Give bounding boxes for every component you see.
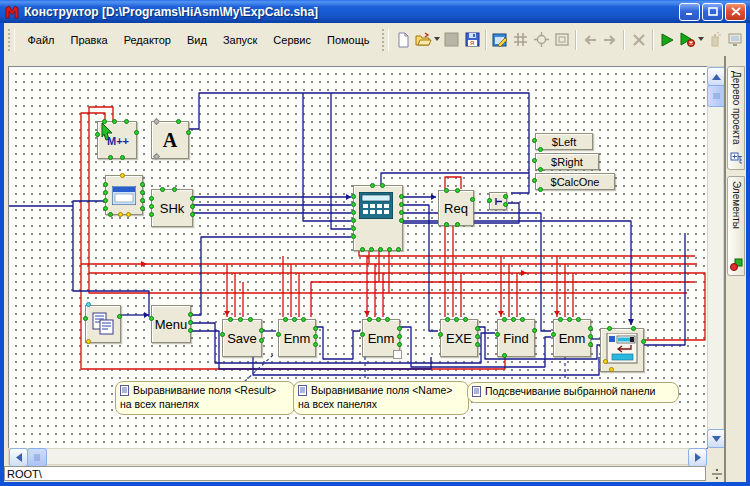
component-exe[interactable]: EXE [440, 319, 478, 357]
port-dot[interactable] [511, 317, 516, 322]
component-calculator[interactable] [353, 185, 403, 251]
component-var-calcone[interactable]: $CalcOne [535, 173, 615, 190]
component-mouse[interactable]: M++ [97, 121, 137, 159]
component-enum1[interactable]: Enm [278, 319, 316, 357]
tab-elements[interactable]: Элементы [727, 176, 745, 276]
port-dot[interactable] [503, 202, 508, 207]
port-dot[interactable] [567, 317, 572, 322]
component-report[interactable] [85, 305, 121, 343]
port-dot[interactable] [351, 234, 356, 239]
scroll-left-button[interactable] [9, 448, 28, 467]
port-dot[interactable] [487, 198, 492, 203]
port-dot[interactable] [172, 187, 177, 192]
menu-item-run[interactable]: Запуск [215, 30, 265, 50]
port-dot[interactable] [140, 182, 145, 187]
port-dot[interactable] [112, 119, 117, 124]
port-dot[interactable] [360, 332, 365, 337]
port-dot[interactable] [351, 194, 356, 199]
port-dot[interactable] [376, 317, 381, 322]
port-dot[interactable] [103, 182, 108, 187]
port-dot[interactable] [103, 198, 108, 203]
note-align-name[interactable]: Выравнивание поля <Name> на всех панелях [293, 381, 469, 415]
component-var-left[interactable]: $Left [535, 133, 593, 150]
port-dot[interactable] [475, 326, 480, 331]
port-dot[interactable] [576, 317, 581, 322]
save-button[interactable] [442, 29, 462, 51]
port-dot[interactable] [188, 328, 193, 333]
port-dot[interactable] [551, 332, 556, 337]
forward-button[interactable] [600, 29, 620, 51]
save-project-button[interactable]: Я [462, 29, 482, 51]
horizontal-scrollbar[interactable] [8, 448, 706, 465]
component-req[interactable]: Req [438, 190, 474, 226]
horizontal-scroll-thumb[interactable] [27, 448, 47, 467]
port-dot[interactable] [387, 247, 392, 252]
port-dot[interactable] [351, 210, 356, 215]
port-dot[interactable] [238, 317, 243, 322]
port-dot[interactable] [538, 147, 543, 152]
port-dot[interactable] [276, 332, 281, 337]
port-dot[interactable] [86, 302, 91, 307]
port-dot[interactable] [283, 317, 288, 322]
port-dot[interactable] [126, 212, 131, 217]
menu-item-service[interactable]: Сервис [265, 30, 319, 50]
close-button[interactable] [725, 3, 746, 21]
port-dot[interactable] [108, 212, 113, 217]
back-button[interactable] [580, 29, 600, 51]
port-dot[interactable] [470, 197, 475, 202]
open-file-dropdown[interactable] [434, 29, 442, 51]
grid-toggle-button[interactable] [511, 29, 531, 51]
component-menu[interactable]: Menu [151, 305, 191, 343]
port-dot[interactable] [351, 226, 356, 231]
port-dot[interactable] [86, 339, 91, 344]
port-dot[interactable] [438, 332, 443, 337]
port-dot[interactable] [301, 317, 306, 322]
port-dot[interactable] [631, 326, 636, 331]
port-dot[interactable] [502, 317, 507, 322]
selection-handle[interactable] [393, 350, 402, 359]
port-dot[interactable] [149, 212, 154, 217]
port-dot[interactable] [538, 167, 543, 172]
port-dot[interactable] [351, 202, 356, 207]
port-dot[interactable] [399, 218, 404, 223]
port-dot[interactable] [397, 342, 402, 347]
vertical-scrollbar[interactable] [707, 66, 724, 447]
port-dot[interactable] [248, 317, 253, 322]
port-dot[interactable] [188, 312, 193, 317]
port-dot[interactable] [103, 206, 108, 211]
port-diamond[interactable] [153, 153, 160, 160]
menu-item-help[interactable]: Помощь [319, 30, 378, 50]
port-dot[interactable] [188, 320, 193, 325]
port-dot[interactable] [117, 314, 122, 319]
port-dot[interactable] [378, 247, 383, 252]
port-dot[interactable] [186, 130, 191, 135]
port-dot[interactable] [108, 155, 113, 160]
component-find[interactable]: Find [497, 319, 535, 357]
port-dot[interactable] [102, 119, 107, 124]
port-dot[interactable] [503, 194, 508, 199]
port-dot[interactable] [369, 247, 374, 252]
port-dot[interactable] [495, 332, 500, 337]
component-save[interactable]: Save [222, 319, 262, 357]
port-dot[interactable] [190, 204, 195, 209]
port-dot[interactable] [360, 247, 365, 252]
port-dot[interactable] [538, 187, 543, 192]
port-dot[interactable] [149, 196, 154, 201]
run-compile-dropdown[interactable] [697, 29, 705, 51]
port-dot[interactable] [367, 317, 372, 322]
port-dot[interactable] [454, 317, 459, 322]
component-var-right[interactable]: $Right [535, 153, 599, 170]
port-dot[interactable] [609, 367, 614, 372]
component-panel[interactable] [600, 328, 644, 372]
port-dot[interactable] [149, 204, 154, 209]
port-dot[interactable] [399, 210, 404, 215]
port-dot[interactable] [532, 178, 537, 183]
form-editor-button[interactable] [490, 29, 510, 51]
port-dot[interactable] [396, 247, 401, 252]
port-dot[interactable] [455, 188, 460, 193]
port-dot[interactable] [190, 196, 195, 201]
schema-canvas[interactable]: M++ A SHk [8, 66, 708, 449]
menu-item-edit[interactable]: Правка [62, 30, 115, 50]
port-dot[interactable] [502, 353, 507, 358]
port-dot[interactable] [228, 317, 233, 322]
